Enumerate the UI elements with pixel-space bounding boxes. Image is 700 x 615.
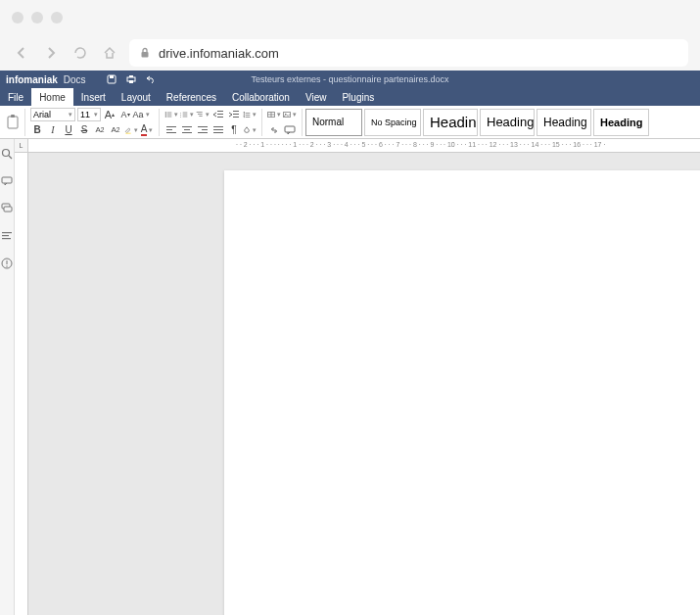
lock-icon [139,47,151,59]
print-icon[interactable] [125,73,137,85]
multilevel-button[interactable]: ▾ [196,108,210,121]
menu-plugins[interactable]: Plugins [334,88,382,106]
strikethrough-button[interactable]: S [77,123,91,137]
bullets-button[interactable]: ▾ [164,108,178,121]
menu-file[interactable]: File [0,88,31,106]
comments-icon[interactable] [0,174,14,188]
back-button[interactable] [12,43,31,63]
svg-rect-18 [183,114,188,115]
save-icon[interactable] [106,73,117,85]
svg-rect-12 [167,114,172,115]
paragraph-group: ▾ 123▾ ▾ ▾ ¶ ▾ [163,106,258,138]
numbering-button[interactable]: 123▾ [180,108,194,121]
document-area: L · · 2 · · · 1 · · · · · · · 1 · · · 2 … [15,139,700,615]
document-title: Testeurs externes - questionnaire parten… [251,74,448,84]
insert-group: ▾ ▾ [265,106,299,138]
bold-button[interactable]: B [30,123,44,137]
chat-icon[interactable] [0,202,14,215]
insert-table-button[interactable]: ▾ [267,108,281,121]
superscript-button[interactable]: A2 [93,123,107,137]
url-bar[interactable]: drive.infomaniak.com [129,39,688,67]
insert-link-button[interactable] [267,123,281,137]
svg-rect-57 [2,235,9,236]
headings-icon[interactable] [0,229,14,243]
feedback-icon[interactable] [0,257,14,270]
svg-rect-20 [183,116,188,117]
align-right-button[interactable] [196,123,210,137]
svg-rect-29 [233,117,239,118]
ribbon-toolbar: Arial▾ 11▾ A▴ A▾ Aa▾ B I U S A2 A2 ▾ A▾ [0,106,700,139]
font-color-button[interactable]: A▾ [140,123,154,137]
svg-rect-14 [167,116,172,117]
nonprinting-button[interactable]: ¶ [227,123,241,137]
svg-rect-6 [8,117,18,128]
style-no-spacing[interactable]: No Spacing [364,109,421,136]
forward-button[interactable] [41,43,61,63]
svg-rect-2 [110,75,114,78]
insert-image-button[interactable]: ▾ [283,108,297,121]
increase-indent-button[interactable] [227,108,241,121]
svg-point-51 [3,150,10,157]
search-icon[interactable] [0,147,14,161]
home-button[interactable] [100,43,119,63]
subscript-button[interactable]: A2 [109,123,122,137]
menu-home[interactable]: Home [31,88,73,106]
svg-rect-31 [246,115,251,116]
line-spacing-button[interactable]: ▾ [243,108,257,121]
justify-button[interactable] [211,123,225,137]
align-left-button[interactable] [164,123,178,137]
decrease-indent-button[interactable] [211,108,225,121]
align-center-button[interactable] [180,123,194,137]
horizontal-ruler[interactable]: · · 2 · · · 1 · · · · · · · 1 · · · 2 · … [28,139,700,153]
svg-rect-34 [166,129,172,130]
shading-button[interactable]: ▾ [243,123,257,137]
menu-references[interactable]: References [159,88,224,106]
svg-rect-26 [217,117,223,118]
svg-rect-16 [183,112,188,113]
document-page[interactable] [224,170,700,615]
app-brand: infomaniakDocs [6,74,86,85]
svg-point-13 [165,116,166,117]
change-case-button[interactable]: Aa▾ [134,108,148,121]
paste-button[interactable] [4,108,22,137]
svg-rect-43 [213,129,223,130]
window-maximize-icon[interactable] [51,12,63,24]
style-normal[interactable]: Normal [305,109,362,136]
svg-rect-25 [217,114,223,115]
reload-button[interactable] [70,43,90,63]
font-name-select[interactable]: Arial▾ [30,108,75,121]
workspace: L · · 2 · · · 1 · · · · · · · 1 · · · 2 … [0,139,700,615]
svg-rect-44 [213,132,223,133]
style-heading-1[interactable]: Heading [423,109,478,136]
window-close-icon[interactable] [12,12,23,24]
vertical-ruler[interactable] [15,153,28,615]
svg-rect-53 [2,177,12,183]
page-container[interactable] [28,153,700,615]
font-group: Arial▾ 11▾ A▴ A▾ Aa▾ B I U S A2 A2 ▾ A▾ [28,106,156,138]
svg-rect-50 [285,126,295,132]
style-heading-4[interactable]: Heading [593,109,649,136]
menu-collaboration[interactable]: Collaboration [224,88,298,106]
style-heading-3[interactable]: Heading 3 [537,109,591,136]
window-minimize-icon[interactable] [31,12,43,24]
style-heading-2[interactable]: Heading 2 [480,109,535,136]
svg-point-61 [6,265,7,266]
insert-comment-button[interactable] [283,123,297,137]
undo-icon[interactable] [145,73,157,85]
menu-layout[interactable]: Layout [114,88,159,106]
svg-rect-58 [2,238,11,239]
highlight-button[interactable]: ▾ [124,123,138,137]
svg-rect-30 [246,113,251,114]
font-size-select[interactable]: 11▾ [77,108,101,121]
menu-insert[interactable]: Insert [73,88,114,106]
svg-point-11 [165,114,166,115]
decrease-font-button[interactable]: A▾ [118,108,132,121]
browser-navbar: drive.infomaniak.com [0,35,700,71]
menu-view[interactable]: View [298,88,335,106]
italic-button[interactable]: I [46,123,60,137]
svg-rect-38 [182,132,192,133]
underline-button[interactable]: U [62,123,75,137]
increase-font-button[interactable]: A▴ [103,108,117,121]
url-text: drive.infomaniak.com [159,46,279,61]
svg-rect-7 [11,115,15,118]
